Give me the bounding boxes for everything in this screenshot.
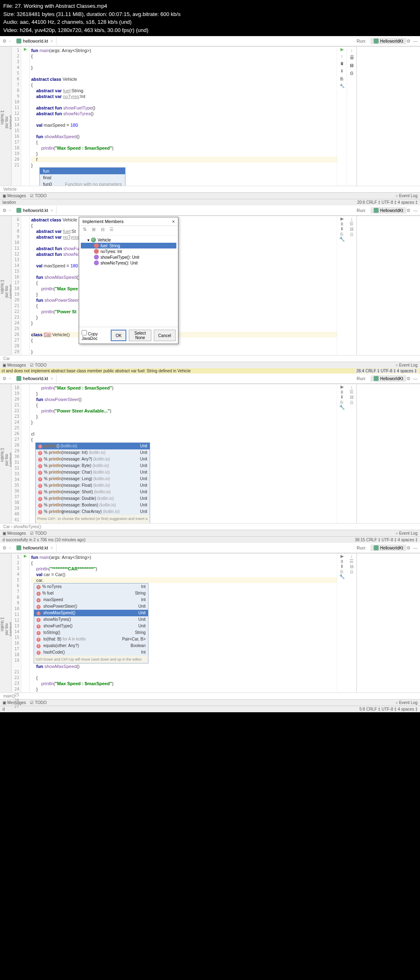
event-log[interactable]: ○ Event Log xyxy=(395,194,418,198)
right-gutter: ▶ ↑ ⏸ ⬇ ⎘ 🔧 xyxy=(337,47,347,186)
tab-label: helloworld.kt xyxy=(23,39,48,43)
completion-popup[interactable]: fun final fun0Function with no parameter… xyxy=(39,167,126,186)
ide-frame-2: ⚙ ÷ helloworld.kt× Run: HelloworldKt ⚙— … xyxy=(0,205,420,374)
code-editor[interactable]: println("Max Speed : $maxSpeed") } fun s… xyxy=(30,384,337,523)
gutter-icons[interactable]: ▶ xyxy=(21,47,30,186)
completion-popup[interactable]: v% noTyresInt v% fuelString v maxSpeedIn… xyxy=(34,583,148,663)
dialog-toolbar[interactable]: ⇅ ⊞ ⊟ ☰ xyxy=(79,226,178,235)
editor-tab[interactable]: helloworld.kt× xyxy=(13,207,57,214)
close-icon[interactable]: × xyxy=(172,219,175,224)
minimize-icon[interactable]: — xyxy=(413,39,418,44)
run-label: Run: xyxy=(357,39,366,43)
line-numbers: 6789101112131415161718192021222324252627… xyxy=(11,216,21,355)
run-config-tab[interactable]: HelloworldKt xyxy=(370,207,406,214)
ide-frame-4: ⚙÷ helloworld.kt× Run: HelloworldKt ⚙— 1… xyxy=(0,543,420,712)
file-icon xyxy=(16,39,21,43)
code-editor[interactable]: abstract class Vehicle { abstract var fu… xyxy=(30,216,337,355)
ok-button[interactable]: OK xyxy=(111,330,126,341)
code-editor[interactable]: fun main(args: Array<String>) { } abstra… xyxy=(30,47,337,186)
messages-button[interactable]: ▣ Messages xyxy=(2,194,26,198)
gear-icon[interactable]: ⚙ xyxy=(2,39,7,44)
editor-tab[interactable]: helloworld.kt × xyxy=(13,37,57,45)
dialog-title: Implement Members × xyxy=(79,217,178,226)
video-metadata: File: 27. Working with Abstract Classes.… xyxy=(0,0,420,36)
copy-javadoc-checkbox[interactable]: Copy JavaDoc xyxy=(82,330,111,341)
ide-frame-3: ⚙÷ helloworld.kt× Run: HelloworldKt ⚙— 1… xyxy=(0,374,420,543)
select-none-button[interactable]: Select None xyxy=(129,330,151,341)
implement-members-dialog: Implement Members × ⇅ ⊞ ⊟ ☰ ▾CVehicle fu… xyxy=(79,217,178,344)
collapse-icon: ⊟ xyxy=(99,227,106,234)
code-editor[interactable]: fun main(args: Array<String>) { println(… xyxy=(30,554,337,693)
completion-popup[interactable]: fprintln() (kotlin.io)Unit f% println(me… xyxy=(35,442,150,523)
filter-icon: ☰ xyxy=(108,227,115,234)
project-sidebar[interactable]: 1:\kotlin ms.iml onsoles xyxy=(0,47,11,186)
title-bar: ⚙ ÷ helloworld.kt × Run: HelloworldKt ⚙ … xyxy=(0,36,420,46)
error-status: ct and does not implement abstract base … xyxy=(0,368,420,374)
gear-icon[interactable]: ⚙ xyxy=(2,208,7,213)
todo-button[interactable]: ☑ TODO xyxy=(30,194,46,198)
close-icon[interactable]: × xyxy=(50,39,53,43)
member-tree[interactable]: ▾CVehicle fuel: String noTyres: Int show… xyxy=(79,235,178,327)
line-numbers: 123456789101112131415161718192021 xyxy=(11,47,21,186)
sort-icon: ⇅ xyxy=(81,227,88,234)
settings-icon[interactable]: ⚙ xyxy=(406,39,411,44)
run-panel xyxy=(356,47,420,186)
cancel-button[interactable]: Cancel xyxy=(154,330,176,341)
run-config-tab[interactable]: HelloworldKt xyxy=(370,38,406,44)
expand-icon: ⊞ xyxy=(90,227,97,234)
line-numbers: 1819202122232425262728293031323334353637… xyxy=(11,384,21,523)
breadcrumb[interactable]: Vehicle xyxy=(0,186,420,192)
ide-frame-1: ⚙ ÷ helloworld.kt × Run: HelloworldKt ⚙ … xyxy=(0,36,420,205)
status-bar: ▣ Messages ☑ TODO ○ Event Log xyxy=(0,192,420,199)
line-numbers: 12345678910111213141516171819 2122232425… xyxy=(11,554,21,693)
